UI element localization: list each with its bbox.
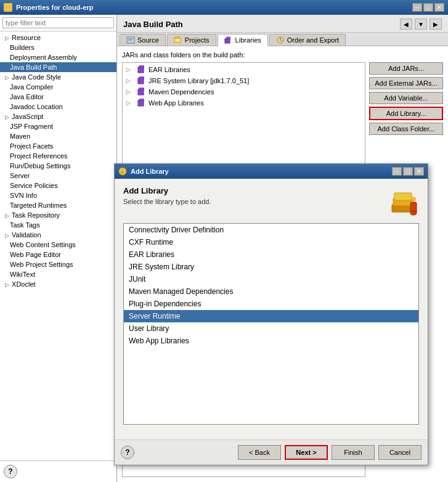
forward-nav-button[interactable]: ▼ <box>415 18 427 30</box>
add-class-folder-button[interactable]: Add Class Folder... <box>369 123 443 135</box>
lib-item-jre[interactable]: ▷ JRE System Library [jdk1.7.0_51] <box>124 75 364 86</box>
search-input[interactable] <box>2 17 114 28</box>
lib-type-junit[interactable]: JUnit <box>124 273 418 285</box>
sidebar-bottom: ? <box>0 460 116 482</box>
dialog-title-buttons: ─ □ ✕ <box>392 167 424 176</box>
sidebar-item-xdoclet[interactable]: ▷ XDoclet <box>0 279 116 289</box>
sidebar-item-maven[interactable]: Maven <box>0 131 116 141</box>
dialog-maximize-button[interactable]: □ <box>403 167 413 176</box>
add-jars-button[interactable]: Add JARs... <box>369 62 443 75</box>
lib-type-ear[interactable]: EAR Libraries <box>124 248 418 261</box>
library-icon <box>137 76 146 85</box>
add-library-button[interactable]: Add Library... <box>369 107 443 120</box>
libraries-tab-icon <box>224 36 233 44</box>
dialog-close-button[interactable]: ✕ <box>414 167 424 176</box>
svg-line-10 <box>280 40 282 41</box>
header-navigation: ◀ ▼ ▶ <box>400 18 442 30</box>
next-button[interactable]: Next > <box>285 445 328 460</box>
sidebar-item-task-repository[interactable]: ▷ Task Repository <box>0 210 116 220</box>
sidebar-item-resource[interactable]: ▷ Resource <box>0 33 116 43</box>
minimize-button[interactable]: ─ <box>412 3 422 12</box>
lib-type-connectivity[interactable]: Connectivity Driver Definition <box>124 224 418 236</box>
lib-item-maven[interactable]: ▷ Maven Dependencies <box>124 86 364 97</box>
svg-rect-13 <box>141 65 144 67</box>
lib-type-plugin[interactable]: Plug-in Dependencies <box>124 298 418 310</box>
sidebar-item-targeted-runtimes[interactable]: Targeted Runtimes <box>0 200 116 210</box>
library-icon <box>137 65 146 74</box>
sidebar-item-web-content-settings[interactable]: Web Content Settings <box>0 240 116 250</box>
sidebar-item-project-facets[interactable]: Project Facets <box>0 141 116 151</box>
tab-source[interactable]: Source <box>120 34 166 46</box>
add-variable-button[interactable]: Add Variable... <box>369 92 443 104</box>
back-nav-button[interactable]: ◀ <box>400 18 412 30</box>
sidebar-item-javascript[interactable]: ▷ JavaScript <box>0 112 116 121</box>
sidebar-item-jsp-fragment[interactable]: JSP Fragment <box>0 121 116 131</box>
add-library-dialog[interactable]: + Add Library ─ □ ✕ Add Library Select t… <box>114 163 428 465</box>
tab-order-export[interactable]: Order and Export <box>269 34 346 46</box>
sidebar-tree: ▷ Resource Builders Deployment Assembly … <box>0 31 116 460</box>
sidebar-item-project-references[interactable]: Project References <box>0 151 116 161</box>
nav-menu-button[interactable]: ▶ <box>430 18 442 30</box>
dialog-heading: Add Library <box>123 186 211 195</box>
lib-type-server-runtime[interactable]: Server Runtime <box>124 310 418 322</box>
dialog-action-buttons: < Back Next > Finish Cancel <box>238 445 422 460</box>
app-icon <box>4 3 12 12</box>
sidebar-item-svn-info[interactable]: SVN Info <box>0 190 116 200</box>
source-tab-icon <box>126 36 135 44</box>
back-button[interactable]: < Back <box>238 445 281 460</box>
sidebar-item-service-policies[interactable]: Service Policies <box>0 181 116 190</box>
dialog-header: Add Library Select the library type to a… <box>123 186 419 216</box>
expand-arrow: ▷ <box>5 282 10 288</box>
sidebar-item-web-project-settings[interactable]: Web Project Settings <box>0 259 116 269</box>
filter-box <box>0 15 116 31</box>
cancel-button[interactable]: Cancel <box>378 445 422 460</box>
dialog-minimize-button[interactable]: ─ <box>392 167 402 176</box>
sidebar-item-wikitext[interactable]: WikiText <box>0 269 116 279</box>
library-type-list[interactable]: Connectivity Driver Definition CXF Runti… <box>123 223 419 425</box>
sidebar-item-builders[interactable]: Builders <box>0 43 116 52</box>
expand-icon: ▷ <box>126 67 132 73</box>
section-label: JARs and class folders on the build path… <box>122 51 443 59</box>
close-button[interactable]: ✕ <box>434 3 444 12</box>
expand-icon: ▷ <box>126 100 132 106</box>
svg-point-29 <box>410 211 417 215</box>
order-export-tab-icon <box>276 36 285 44</box>
sidebar-item-web-page-editor[interactable]: Web Page Editor <box>0 250 116 259</box>
sidebar-item-task-tags[interactable]: Task Tags <box>0 220 116 230</box>
expand-arrow: ▷ <box>5 75 10 81</box>
sidebar-item-java-build-path[interactable]: Java Build Path <box>0 62 116 72</box>
svg-rect-27 <box>394 193 412 200</box>
lib-type-jre[interactable]: JRE System Library <box>124 261 418 273</box>
projects-tab-icon <box>174 36 182 44</box>
content-header: Java Build Path ◀ ▼ ▶ <box>117 15 448 33</box>
tab-projects[interactable]: Projects <box>167 34 216 46</box>
sidebar-item-run-debug-settings[interactable]: Run/Debug Settings <box>0 161 116 171</box>
add-external-jars-button[interactable]: Add External JARs... <box>369 77 443 89</box>
lib-type-user-library[interactable]: User Library <box>124 322 418 335</box>
sidebar-item-java-code-style[interactable]: ▷ Java Code Style <box>0 72 116 82</box>
sidebar-item-deployment-assembly[interactable]: Deployment Assembly <box>0 52 116 62</box>
help-button[interactable]: ? <box>4 465 17 478</box>
lib-type-webapp[interactable]: Web App Libraries <box>124 335 418 347</box>
tab-libraries[interactable]: Libraries <box>218 34 268 46</box>
dialog-help-button[interactable]: ? <box>121 446 134 459</box>
sidebar-item-java-compiler[interactable]: Java Compiler <box>0 82 116 92</box>
window-title: Properties for cloud-erp <box>16 4 93 11</box>
svg-point-31 <box>412 197 415 201</box>
svg-rect-4 <box>176 37 179 38</box>
dialog-title-bar: + Add Library ─ □ ✕ <box>115 164 428 179</box>
finish-button[interactable]: Finish <box>332 445 375 460</box>
sidebar-item-javadoc-location[interactable]: Javadoc Location <box>0 102 116 112</box>
sidebar-item-java-editor[interactable]: Java Editor <box>0 92 116 102</box>
svg-text:+: + <box>121 170 124 175</box>
lib-type-maven-managed[interactable]: Maven Managed Dependencies <box>124 285 418 298</box>
sidebar-item-server[interactable]: Server <box>0 171 116 181</box>
lib-type-cxf[interactable]: CXF Runtime <box>124 236 418 248</box>
dialog-subtext: Select the library type to add. <box>123 198 211 205</box>
lib-item-webapp[interactable]: ▷ Web App Libraries <box>124 97 364 108</box>
expand-icon: ▷ <box>126 78 132 84</box>
tabs-bar: Source Projects Libraries <box>117 33 448 46</box>
sidebar-item-validation[interactable]: ▷ Validation <box>0 230 116 240</box>
maximize-button[interactable]: □ <box>423 3 433 12</box>
lib-item-ear[interactable]: ▷ EAR Libraries <box>124 64 364 75</box>
